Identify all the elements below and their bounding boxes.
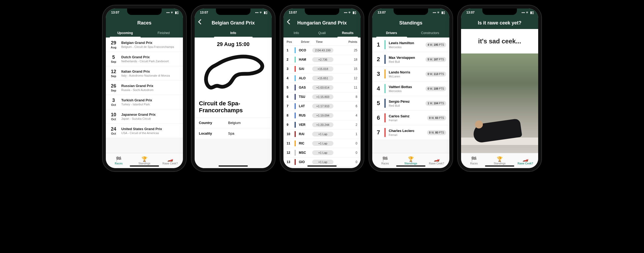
result-row[interactable]: 13GIO+1 Lap0: [283, 157, 361, 167]
race-row[interactable]: 5SepDutch Grand PrixNetherlands - Circui…: [106, 52, 183, 66]
tab-upcoming[interactable]: Upcoming: [106, 29, 144, 38]
team-color-bar: [295, 140, 296, 146]
phone-results: 13:07 ▪▪▪ ᯤ ▮▯ Hungarian Grand Prix Info…: [280, 5, 364, 171]
result-pos: 5: [287, 86, 295, 89]
result-points: 11: [333, 86, 357, 89]
result-row[interactable]: 2HAM+2.73618: [283, 55, 361, 64]
circuit-name: Circuit de Spa-Francorchamps: [195, 100, 272, 117]
trophy-icon: 🏆: [497, 157, 503, 161]
detail-value: Spa: [228, 131, 234, 135]
result-row[interactable]: 7LAT+1:17.9106: [283, 102, 361, 111]
races-list[interactable]: 29AugBelgian Grand PrixBelgium - Circuit…: [106, 38, 183, 153]
result-time: 2:04:43.199: [312, 48, 333, 53]
standings-row[interactable]: 4Valtteri BottasMercedes0 W, 108 PTS: [372, 81, 449, 96]
race-row[interactable]: 24OctUnited States Grand PrixUSA - Circu…: [106, 124, 183, 138]
nav-races[interactable]: 🏁Races: [106, 153, 132, 168]
chevron-left-icon: [287, 19, 290, 24]
team-color-bar: [384, 55, 386, 64]
driver-code: RUS: [299, 114, 312, 117]
standings-list[interactable]: 1Lewis HamiltonMercedes4 W, 195 PTS2Max …: [372, 38, 449, 153]
standings-row[interactable]: 6Carlos SainzFerrari0 W, 83 PTS: [372, 111, 449, 125]
col-pos: Pos: [287, 40, 295, 43]
nav-races[interactable]: 🏁Races: [372, 153, 398, 168]
results-body[interactable]: Pos Driver Time Points 1OCO2:04:43.19925…: [283, 38, 361, 168]
result-points: 0: [333, 151, 357, 155]
result-points: 15: [333, 67, 357, 71]
tab-results[interactable]: Results: [335, 29, 361, 38]
standing-pos: 5: [375, 100, 381, 107]
nav-rawe[interactable]: 🏎️Rawe Ceek?: [512, 153, 538, 168]
standings-row[interactable]: 5Sergio PérezRed Bull1 W, 104 PTS: [372, 96, 449, 111]
team-color-bar: [384, 40, 386, 49]
result-points: 0: [333, 160, 357, 164]
standings-row[interactable]: 7Charles LeclercFerrari0 W, 80 PTS: [372, 125, 449, 140]
nav-rawe[interactable]: 🏎️Rawe Ceek?: [157, 153, 183, 168]
car-icon: 🏎️: [522, 157, 528, 161]
race-location: Italy - Autodromo Nazionale di Monza: [121, 74, 170, 77]
driver-code: OCO: [299, 48, 312, 52]
race-row[interactable]: 3OctTurkish Grand PrixTurkey - Istanbul …: [106, 95, 183, 109]
standing-pos: 3: [375, 70, 381, 77]
driver-name: Max Verstappen: [389, 56, 415, 60]
bottom-nav: 🏁Races 🏆Standings 🏎️Rawe Ceek?: [461, 153, 538, 168]
back-button[interactable]: [287, 19, 290, 26]
result-row[interactable]: 9VER+1:20.2442: [283, 120, 361, 130]
nav-standings[interactable]: 🏆Standings: [132, 153, 157, 168]
header: Belgian Grand Prix Info: [195, 16, 272, 38]
race-row[interactable]: 10OctJapanese Grand PrixJapan - Suzuka C…: [106, 109, 183, 124]
race-row[interactable]: 29AugBelgian Grand PrixBelgium - Circuit…: [106, 38, 183, 52]
rawe-body: it's sad ceek...: [461, 29, 538, 153]
col-points: Points: [334, 40, 357, 43]
nav-races[interactable]: 🏁Races: [461, 153, 487, 168]
result-points: 6: [333, 104, 357, 108]
result-row[interactable]: 1OCO2:04:43.19925: [283, 46, 361, 55]
nav-rawe[interactable]: 🏎️Rawe Ceek?: [424, 153, 449, 168]
standings-row[interactable]: 3Lando NorrisMcLaren0 W, 113 PTS: [372, 67, 449, 81]
race-name: Belgian Grand Prix: [121, 41, 174, 45]
result-row[interactable]: 12MSC+1 Lap0: [283, 148, 361, 157]
result-row[interactable]: 6TSU+1:15.8038: [283, 92, 361, 102]
detail-key: Locality: [199, 131, 228, 135]
team-name: Ferrari: [389, 119, 409, 122]
nav-standings[interactable]: 🏆Standings: [487, 153, 513, 168]
result-row[interactable]: 5GAS+1:03.61411: [283, 83, 361, 92]
header: Hungarian Grand Prix Info Quali Results: [283, 16, 361, 38]
back-button[interactable]: [198, 19, 202, 26]
wifi-icon: ᯤ: [260, 11, 263, 14]
team-name: Mercedes: [389, 89, 412, 93]
standings-row[interactable]: 1Lewis HamiltonMercedes4 W, 195 PTS: [372, 38, 449, 52]
result-row[interactable]: 4ALO+15.65112: [283, 74, 361, 83]
tab-info[interactable]: Info: [195, 29, 272, 38]
result-time: +1 Lap: [312, 160, 333, 164]
team-color-bar: [384, 99, 386, 108]
tab-drivers[interactable]: Drivers: [372, 29, 411, 38]
page-title: Hungarian Grand Prix: [283, 19, 361, 29]
result-row[interactable]: 10RAI+1 Lap1: [283, 130, 361, 139]
result-row[interactable]: 11RIC+1 Lap0: [283, 139, 361, 148]
team-color-bar: [295, 85, 296, 90]
page-title: Standings: [372, 19, 449, 29]
page-title: Belgian Grand Prix: [195, 19, 272, 29]
spa-track-icon: [201, 51, 265, 96]
status-icons: ▪▪▪ ᯤ ▮▯: [166, 11, 179, 14]
tab-quali[interactable]: Quali: [309, 29, 335, 38]
col-time: Time: [316, 40, 334, 43]
standings-row[interactable]: 2Max VerstappenRed Bull5 W, 187 PTS: [372, 52, 449, 67]
standing-points: 0 W, 80 PTS: [427, 130, 446, 135]
tab-finished[interactable]: Finished: [144, 29, 183, 38]
team-color-bar: [295, 47, 296, 53]
race-row[interactable]: 26SepRussian Grand PrixRussia - Sochi Au…: [106, 81, 183, 95]
tab-constructors[interactable]: Constructors: [411, 29, 449, 38]
result-row[interactable]: 3SAI+15.01815: [283, 64, 361, 74]
race-date: 3Oct: [109, 98, 118, 106]
driver-name: Valtteri Bottas: [389, 85, 412, 89]
race-row[interactable]: 12SepItalian Grand PrixItaly - Autodromo…: [106, 66, 183, 81]
circuit-body: 29 Aug 15:00 Circuit de Spa-Francorchamp…: [195, 38, 272, 168]
nav-standings[interactable]: 🏆Standings: [398, 153, 424, 168]
results-header: Pos Driver Time Points: [283, 38, 361, 46]
team-color-bar: [384, 69, 386, 78]
tab-info[interactable]: Info: [283, 29, 309, 38]
result-row[interactable]: 8RUS+1:19.0944: [283, 111, 361, 120]
bottom-nav: 🏁Races 🏆Standings 🏎️Rawe Ceek?: [372, 153, 449, 168]
status-icons: ▪▪▪ ᯤ ▮▯: [344, 11, 356, 14]
